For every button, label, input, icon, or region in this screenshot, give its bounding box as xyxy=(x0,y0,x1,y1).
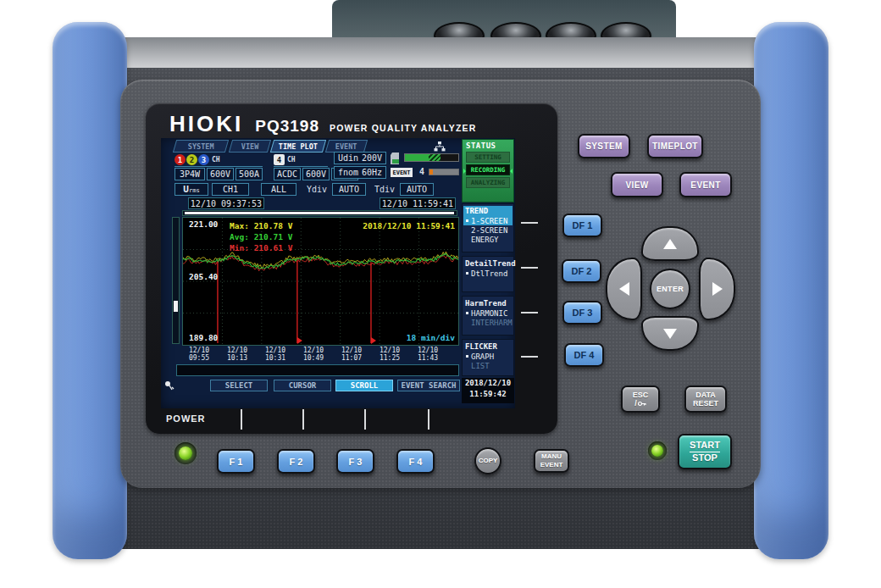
menu-item-dtltrend[interactable]: DtlTrend xyxy=(463,269,513,278)
vertical-scrollbar[interactable] xyxy=(172,217,180,344)
softkey-select[interactable]: SELECT xyxy=(210,380,268,391)
f4-mark xyxy=(428,409,429,430)
tab-time-plot[interactable]: TIME PLOT xyxy=(270,140,326,153)
brand-logo: HIOKI xyxy=(169,111,243,137)
f3-button[interactable]: F 3 xyxy=(336,449,374,474)
event-count-value: 4 xyxy=(419,167,424,176)
x-tick-4: 12/1010:49 xyxy=(295,347,332,362)
df3-button[interactable]: DF 3 xyxy=(562,301,602,325)
menu-item-1-screen[interactable]: 1-SCREEN xyxy=(463,216,513,225)
event-count-bar xyxy=(429,169,459,175)
spec4-voltage: 600V xyxy=(302,168,330,180)
y-tick-top: 221.00 xyxy=(189,219,218,229)
clock-date: 2018/12/10 xyxy=(465,379,511,387)
spec4-coupling: ACDC xyxy=(274,168,301,180)
menu-trend-header: TREND xyxy=(463,206,513,216)
ch4-underline xyxy=(274,166,328,167)
menu-item-interharm[interactable]: INTERHARM xyxy=(463,318,513,327)
f1-button[interactable]: F 1 xyxy=(217,449,255,474)
trend-plot xyxy=(183,218,458,345)
spec-current: 500A xyxy=(235,168,263,180)
esc-button[interactable]: ESC / xyxy=(621,386,660,413)
ch3-badge: 3 xyxy=(198,154,209,165)
channel-select-box[interactable]: CH1 xyxy=(212,183,249,196)
product-subtitle: POWER QUALITY ANALYZER xyxy=(330,123,477,133)
event-list-strip xyxy=(176,364,459,376)
copy-button[interactable]: COPY xyxy=(474,447,501,474)
f4-button[interactable]: F 4 xyxy=(396,449,435,474)
y-tick-mid: 205.40 xyxy=(189,272,218,281)
spec-voltage: 600V xyxy=(207,168,234,180)
menu-harm-trend: HarmTrend HARMONIC INTERHARM xyxy=(462,296,514,336)
power-label: POWER xyxy=(166,413,206,424)
x-tick-3: 12/1010:31 xyxy=(257,347,294,362)
timeplot-button[interactable]: TIMEPLOT xyxy=(647,134,703,158)
system-button[interactable]: SYSTEM xyxy=(578,134,630,158)
df1-mark xyxy=(521,222,538,224)
status-panel: STATUS SETTING RECORDING ANALYZING xyxy=(462,139,514,202)
menu-item-graph[interactable]: GRAPH xyxy=(463,352,513,361)
esc-key-icon xyxy=(638,401,646,407)
clock-time: 11:59:42 xyxy=(469,390,506,398)
menu-flicker-header: FLICKER xyxy=(463,341,513,352)
ch1-badge: 1 xyxy=(175,154,186,165)
left-handle xyxy=(53,22,127,559)
f2-button[interactable]: F 2 xyxy=(277,449,315,474)
x-tick-1: 12/1009:55 xyxy=(180,347,218,362)
fnom-value: 60Hz xyxy=(362,168,382,177)
softkey-event-search[interactable]: EVENT SEARCH xyxy=(397,380,460,391)
tab-event[interactable]: EVENT xyxy=(325,140,368,153)
menu-harm-header: HarmTrend xyxy=(463,298,513,308)
tab-system[interactable]: SYSTEM xyxy=(173,140,229,153)
all-box[interactable]: ALL xyxy=(261,183,296,196)
x-tick-6: 12/1011:25 xyxy=(371,347,408,362)
recording-progress-bar xyxy=(404,153,459,162)
trend-start-time: 12/10 09:37:53 xyxy=(188,197,264,209)
down-arrow-icon xyxy=(663,329,677,339)
event-button[interactable]: EVENT xyxy=(679,172,732,197)
y-tick-bottom: 189.80 xyxy=(189,333,218,342)
ch123-suffix: CH xyxy=(212,156,220,164)
softkey-cursor[interactable]: CURSOR xyxy=(274,380,331,391)
x-tick-7: 12/1011:43 xyxy=(409,347,446,362)
start-stop-button[interactable]: START STOP xyxy=(678,434,732,469)
manu-event-button[interactable]: MANU EVENT xyxy=(534,449,569,473)
device-photo: HIOKI PQ3198 POWER QUALITY ANALYZER SYST… xyxy=(0,0,881,588)
stat-min: Min: 210.61 V xyxy=(230,243,292,252)
menu-item-energy[interactable]: ENERGY xyxy=(463,235,513,244)
x-tick-2: 12/1010:13 xyxy=(219,347,256,362)
ch4-suffix: CH xyxy=(287,156,296,164)
df1-button[interactable]: DF 1 xyxy=(562,214,602,237)
stat-avg: Avg: 210.71 V xyxy=(230,232,292,241)
key-lock-icon xyxy=(163,380,175,391)
tab-view[interactable]: VIEW xyxy=(229,140,271,153)
power-led xyxy=(179,447,192,460)
df2-mark xyxy=(521,267,538,269)
trend-chart: 221.00 205.40 189.80 Max: 210.78 V Avg: … xyxy=(182,217,459,346)
f2-mark xyxy=(302,409,304,430)
ch4-badge: 4 xyxy=(274,154,285,165)
df4-mark xyxy=(521,356,538,358)
status-setting: SETTING xyxy=(466,152,510,163)
softkey-scroll[interactable]: SCROLL xyxy=(335,380,393,391)
view-button[interactable]: VIEW xyxy=(611,172,663,197)
ch2-badge: 2 xyxy=(186,154,197,165)
start-led xyxy=(651,445,663,457)
df2-button[interactable]: DF 2 xyxy=(562,259,601,283)
udin-box: Udin200V xyxy=(334,152,386,164)
menu-item-harmonic[interactable]: HARMONIC xyxy=(463,308,513,318)
ch123-underline xyxy=(175,166,263,167)
menu-item-2-screen[interactable]: 2-SCREEN xyxy=(463,225,513,235)
horizontal-scrollbar[interactable] xyxy=(182,210,457,216)
menu-flicker: FLICKER GRAPH LIST xyxy=(462,339,514,376)
network-icon xyxy=(434,141,446,152)
df3-mark xyxy=(521,312,538,313)
event-count-label: EVENT xyxy=(391,168,413,177)
df4-button[interactable]: DF 4 xyxy=(564,343,604,367)
data-reset-button[interactable]: DATA RESET xyxy=(684,386,727,413)
ydiv-value-box[interactable]: AUTO xyxy=(332,183,366,196)
tdiv-value-box[interactable]: AUTO xyxy=(400,183,434,196)
param-box[interactable]: U rms xyxy=(175,183,208,196)
enter-button[interactable]: ENTER xyxy=(650,269,690,309)
menu-item-list[interactable]: LIST xyxy=(463,361,513,370)
